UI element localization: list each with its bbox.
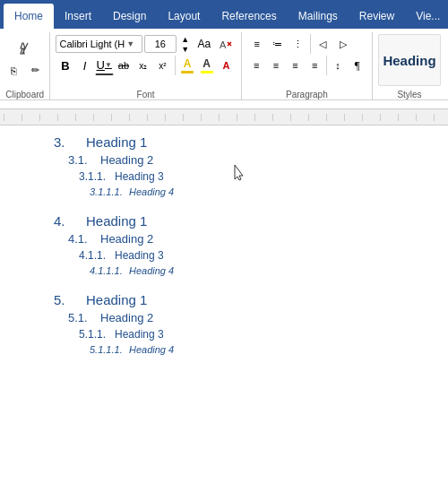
highlight-button[interactable]: A <box>197 56 216 75</box>
toc-section-sec5: 5.Heading 15.1.Heading 25.1.1.Heading 35… <box>54 292 394 355</box>
toc-num: 5.1. <box>54 311 100 324</box>
styles-group: Heading Styles <box>373 32 444 99</box>
increase-indent-button[interactable]: ▷ <box>333 34 353 54</box>
justify-button[interactable]: ≡ <box>306 56 324 75</box>
toc-num: 5.1.1.1. <box>54 344 129 355</box>
cut-button[interactable] <box>15 39 35 58</box>
styles-group-label: Styles <box>378 88 441 99</box>
toc-num: 3. <box>54 134 86 150</box>
underline-dropdown[interactable]: ▼ <box>105 61 112 69</box>
style-preview-text: Heading <box>383 53 435 68</box>
clear-formatting-button[interactable]: A <box>216 34 236 54</box>
font-size-decrease-button[interactable]: ▼ <box>178 45 193 54</box>
highlight-letter: A <box>202 57 211 70</box>
decrease-indent-button[interactable]: ◁ <box>313 34 332 54</box>
toc-text: Heading 2 <box>100 311 153 324</box>
toc-entry[interactable]: 5.1.1.Heading 3 <box>54 328 394 341</box>
change-case-button[interactable]: Aa <box>194 34 214 54</box>
font-group: Calibri Light (H ▼ 16 ▲ ▼ Aa A B I U ▼ <box>50 32 241 99</box>
sort-button[interactable]: ↕ <box>329 56 348 75</box>
bold-button[interactable]: B <box>56 56 74 75</box>
toc-entry[interactable]: 3.1.1.1.Heading 4 <box>54 186 394 197</box>
italic-button[interactable]: I <box>75 56 94 75</box>
svg-text:A: A <box>220 39 227 50</box>
font-color-button[interactable]: A <box>178 56 197 75</box>
toc-num: 4.1. <box>54 232 100 246</box>
toc-entry[interactable]: 3.1.1.Heading 3 <box>54 170 394 183</box>
toc-entry[interactable]: 4.1.1.Heading 3 <box>54 249 394 262</box>
font-name-dropdown-arrow[interactable]: ▼ <box>126 39 134 48</box>
toc-text: Heading 3 <box>115 249 164 262</box>
tab-review[interactable]: Review <box>349 4 405 29</box>
style-preview: Heading <box>378 34 441 86</box>
tab-mailings[interactable]: Mailings <box>288 4 349 29</box>
toc-num: 4. <box>54 213 86 229</box>
toc-text: Heading 1 <box>86 134 147 150</box>
font-group-label: Font <box>56 88 235 99</box>
toc-entry[interactable]: 5.Heading 1 <box>54 292 394 307</box>
toc-section-sec4: 4.Heading 14.1.Heading 24.1.1.Heading 34… <box>54 213 394 276</box>
toc-num: 3.1.1.1. <box>54 186 129 197</box>
font-size-increase-button[interactable]: ▲ <box>178 35 193 44</box>
toc-text: Heading 4 <box>129 186 174 197</box>
clipboard-group: ⎘ ✏ Clipboard <box>4 32 50 99</box>
text-effects-button[interactable]: A <box>217 56 236 75</box>
toc-section-sec3: 3.Heading 13.1.Heading 23.1.1.Heading 33… <box>54 134 394 197</box>
superscript-button[interactable]: x² <box>153 56 172 75</box>
tab-design[interactable]: Design <box>102 4 157 29</box>
toc-text: Heading 1 <box>86 213 147 229</box>
toc-num: 3.1. <box>54 153 100 167</box>
toc-num: 4.1.1.1. <box>54 265 129 276</box>
ruler <box>0 109 448 125</box>
toc-text: Heading 4 <box>129 344 174 355</box>
toc-entry[interactable]: 3.1.Heading 2 <box>54 153 394 167</box>
list-buttons-row: ≡ ≔ ⋮ ◁ ▷ <box>247 34 366 54</box>
paragraph-group: ≡ ≔ ⋮ ◁ ▷ ≡ ≡ ≡ ≡ ↕ ¶ Paragraph <box>242 32 373 99</box>
toc-num: 3.1.1. <box>54 170 115 183</box>
toc-text: Heading 3 <box>115 170 164 183</box>
subscript-button[interactable]: x₂ <box>134 56 152 75</box>
format-buttons-row: B I U ▼ ab x₂ x² A A <box>56 56 235 75</box>
highlight-bar <box>201 71 213 73</box>
font-color-bar <box>181 71 194 73</box>
toc-text: Heading 3 <box>115 328 164 341</box>
align-right-button[interactable]: ≡ <box>286 56 305 75</box>
toc-text: Heading 4 <box>129 265 174 276</box>
clipboard-label: Clipboard <box>5 90 44 99</box>
copy-button[interactable]: ⎘ <box>4 61 24 81</box>
align-buttons-row: ≡ ≡ ≡ ≡ ↕ ¶ <box>247 56 366 75</box>
toc-entry[interactable]: 4.Heading 1 <box>54 213 394 229</box>
strikethrough-button[interactable]: ab <box>115 56 134 75</box>
paragraph-group-label: Paragraph <box>247 88 366 99</box>
tab-insert[interactable]: Insert <box>54 4 102 29</box>
tab-view[interactable]: Vie... <box>405 4 448 29</box>
multilevel-list-button[interactable]: ⋮ <box>289 34 308 54</box>
toc-entry[interactable]: 3.Heading 1 <box>54 134 394 150</box>
numbered-list-button[interactable]: ≔ <box>268 34 288 54</box>
toc-entry[interactable]: 4.1.1.1.Heading 4 <box>54 265 394 276</box>
toc-num: 5.1.1. <box>54 328 115 341</box>
document-area: 3.Heading 13.1.Heading 23.1.1.Heading 33… <box>0 125 448 483</box>
toc-text: Heading 2 <box>100 153 153 167</box>
font-selector-row: Calibri Light (H ▼ 16 ▲ ▼ Aa A <box>56 34 235 54</box>
toc-entry[interactable]: 5.1.1.1.Heading 4 <box>54 344 394 355</box>
toc-container: 3.Heading 13.1.Heading 23.1.1.Heading 33… <box>54 134 394 355</box>
show-marks-button[interactable]: ¶ <box>348 56 366 75</box>
paste-button[interactable]: ✏ <box>26 61 46 81</box>
toc-entry[interactable]: 4.1.Heading 2 <box>54 232 394 246</box>
bullet-list-button[interactable]: ≡ <box>247 34 267 54</box>
align-left-button[interactable]: ≡ <box>247 56 266 75</box>
toc-entry[interactable]: 5.1.Heading 2 <box>54 311 394 324</box>
font-color-letter: A <box>184 57 192 70</box>
toc-num: 4.1.1. <box>54 249 115 262</box>
underline-button[interactable]: U ▼ <box>95 56 114 75</box>
toc-num: 5. <box>54 292 86 307</box>
font-size-input[interactable]: 16 <box>144 35 177 53</box>
align-center-button[interactable]: ≡ <box>267 56 286 75</box>
tab-references[interactable]: References <box>211 4 287 29</box>
tab-layout[interactable]: Layout <box>157 4 211 29</box>
tab-home[interactable]: Home <box>4 4 54 29</box>
font-name-input[interactable]: Calibri Light (H ▼ <box>56 35 142 53</box>
toc-text: Heading 2 <box>100 232 153 246</box>
toc-text: Heading 1 <box>86 292 147 307</box>
